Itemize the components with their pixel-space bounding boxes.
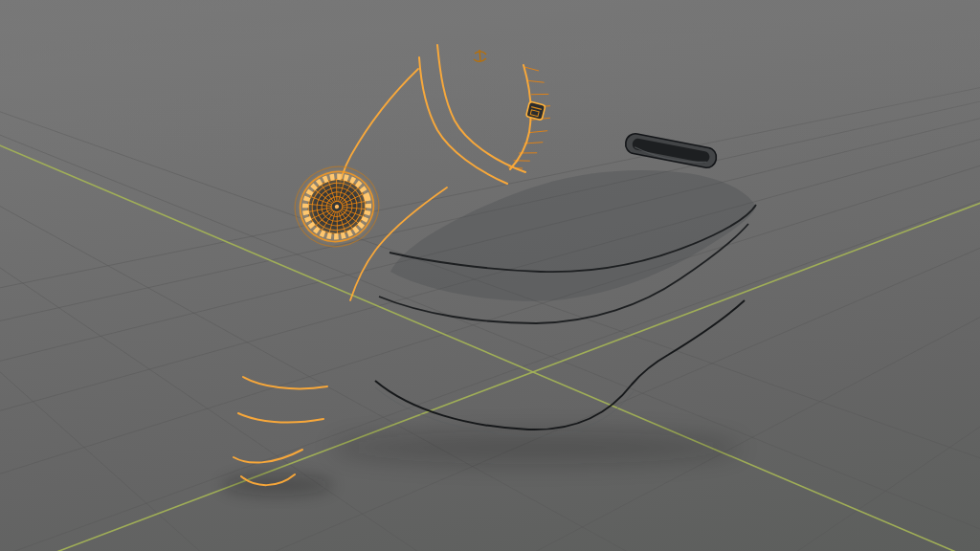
- viewport-3d[interactable]: 3D modeling viewport showing a selected …: [0, 0, 980, 551]
- viewport-canvas[interactable]: 3D modeling viewport showing a selected …: [0, 0, 980, 551]
- axis-line-1: [0, 129, 980, 551]
- axis-lines: [0, 129, 980, 551]
- handle-latch-button: [526, 101, 546, 121]
- contact-shadows: [222, 431, 742, 496]
- handle-dial: [284, 156, 389, 257]
- case-lid-seam: [390, 170, 756, 301]
- horizon-fade: [0, 0, 980, 163]
